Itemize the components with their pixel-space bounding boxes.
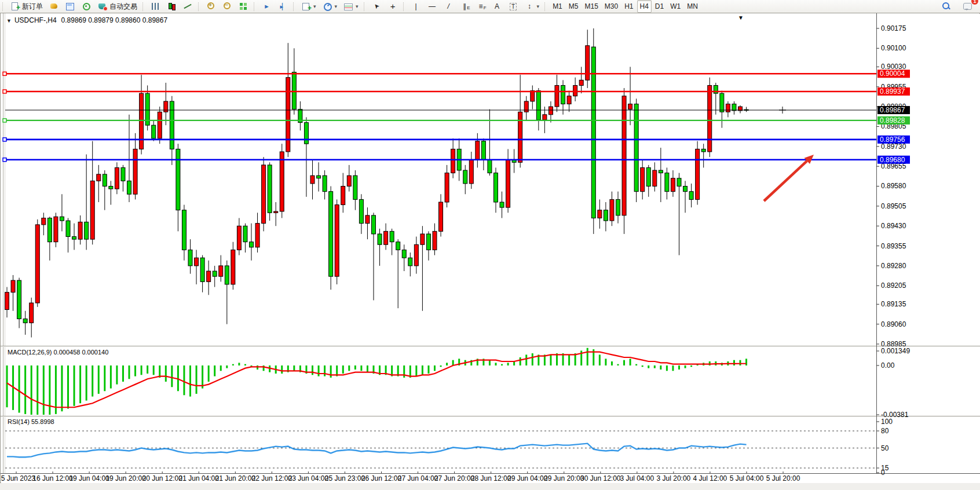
period-M1[interactable]: M1 (550, 0, 565, 13)
line-chart-button[interactable] (180, 0, 196, 13)
fibonacci-button[interactable] (473, 0, 489, 13)
market-watch-button[interactable] (46, 0, 62, 13)
zoom-out-button[interactable] (220, 0, 235, 13)
candle-body (17, 280, 21, 319)
line-handle[interactable] (3, 158, 6, 162)
clock-icon (323, 2, 332, 11)
text-button[interactable] (489, 0, 505, 13)
svg-text:0.89505: 0.89505 (881, 202, 906, 210)
candle-body (604, 210, 608, 221)
period-M5[interactable]: M5 (566, 0, 582, 13)
candle-body (310, 175, 315, 184)
toolbar-grip (2, 2, 6, 11)
chart-canvas[interactable]: 0.901750.901000.900300.899550.898800.898… (1, 13, 980, 484)
svg-text:29 Jun 04:00: 29 Jun 04:00 (507, 474, 548, 482)
svg-text:0.89205: 0.89205 (881, 281, 906, 290)
text-label-button[interactable] (506, 0, 521, 13)
candle-body (90, 181, 94, 239)
signals-button[interactable] (79, 0, 94, 13)
tile-windows-button[interactable] (236, 0, 251, 13)
candle-body (219, 266, 223, 276)
svg-text:21 Jun 20:00: 21 Jun 20:00 (215, 474, 256, 482)
svg-text:27 Jun 20:00: 27 Jun 20:00 (434, 474, 475, 482)
trendline-button[interactable] (441, 0, 456, 13)
candle-body (5, 292, 9, 310)
toolbar-grip (544, 2, 548, 11)
svg-text:0: 0 (881, 469, 885, 477)
candle-body (634, 104, 638, 192)
line-handle[interactable] (3, 119, 6, 122)
candle-body (701, 149, 705, 152)
toolbar-grip (293, 2, 297, 11)
period-H4[interactable]: H4 (637, 0, 652, 13)
period-H1[interactable]: H1 (621, 0, 636, 13)
pane-splitter[interactable] (1, 416, 980, 417)
period-MN[interactable]: MN (684, 0, 701, 13)
terminal-window-button[interactable] (63, 0, 78, 13)
candlestick-chart-button[interactable] (164, 0, 180, 13)
indicators-button[interactable]: ▾ (341, 0, 361, 13)
svg-text:25 Jun 23:00: 25 Jun 23:00 (325, 474, 365, 482)
rsi-value: 55.8998 (31, 418, 54, 425)
line-handle[interactable] (3, 138, 6, 141)
period-M15[interactable]: M15 (582, 0, 601, 13)
arrows-button[interactable]: ▾ (522, 0, 543, 13)
candle-body (622, 96, 626, 215)
chart-symbol-period: USDCHF-,H4 (14, 16, 57, 24)
candle-body (292, 72, 296, 109)
candle-body (213, 271, 217, 276)
zoom-in-button[interactable] (203, 0, 219, 13)
crosshair-button[interactable] (385, 0, 401, 13)
candle-body (35, 225, 39, 303)
pane-splitter[interactable] (1, 346, 980, 347)
svg-text:0.00: 0.00 (881, 361, 895, 370)
equidistant-channel-button[interactable] (457, 0, 473, 13)
zoom-in-icon (206, 2, 216, 11)
auto-scroll-button[interactable] (259, 0, 275, 13)
chevron-down-icon[interactable]: ▾ (537, 3, 540, 9)
period-D1[interactable]: D1 (652, 0, 667, 13)
candle-body (567, 96, 571, 104)
chart-shift-button[interactable] (275, 0, 291, 13)
magnifier-icon (941, 2, 951, 11)
notification-count-badge: 1 (971, 0, 978, 5)
period-W1[interactable]: W1 (667, 0, 683, 13)
macd-indicator-label: MACD(12,26,9) 0.000458 0.000140 (8, 349, 108, 356)
candle-body (598, 210, 602, 218)
toolbar-group (203, 0, 251, 13)
candle-body (653, 170, 657, 186)
notifications-button[interactable]: 1 (960, 0, 975, 13)
svg-text:19 Jun 20:00: 19 Jun 20:00 (105, 474, 146, 482)
vertical-line-button[interactable] (408, 0, 424, 13)
new-order-button[interactable]: 新订单 (8, 0, 46, 13)
search-button[interactable] (938, 0, 954, 13)
chart-window[interactable]: 0.901750.901000.900300.899550.898800.898… (0, 13, 980, 483)
candle-body (610, 199, 614, 221)
chevron-down-icon[interactable]: ▾ (313, 3, 316, 9)
bar-chart-button[interactable] (148, 0, 163, 13)
candles-icon (167, 2, 177, 11)
period-M30[interactable]: M30 (602, 0, 621, 13)
chart-menu-icon[interactable]: ▼ (6, 18, 12, 24)
chevron-down-icon[interactable]: ▾ (335, 3, 338, 9)
chart-shift-marker[interactable]: ▼ (738, 14, 744, 21)
candle-body (268, 165, 272, 213)
chevron-down-icon[interactable]: ▾ (356, 3, 359, 9)
profiles-button[interactable]: ▾ (320, 0, 341, 13)
candle-body (188, 250, 192, 265)
candle-body (225, 266, 229, 284)
line-handle[interactable] (3, 90, 6, 93)
svg-text:30 Jun 12:00: 30 Jun 12:00 (580, 474, 621, 482)
svg-text:0.89280: 0.89280 (881, 262, 906, 270)
line-handle[interactable] (3, 72, 6, 75)
cursor-button[interactable] (369, 0, 385, 13)
toolbar-grip (254, 2, 257, 11)
svg-text:21 Jun 04:00: 21 Jun 04:00 (179, 474, 220, 482)
candle-body (481, 141, 485, 160)
period-M15-label: M15 (584, 2, 598, 10)
svg-text:80: 80 (881, 427, 889, 435)
new-chart-button[interactable]: ▾ (298, 0, 319, 13)
horizontal-line-button[interactable] (425, 0, 440, 13)
autotrading-button[interactable]: 自动交易 (95, 0, 140, 13)
candle-body (11, 280, 15, 292)
